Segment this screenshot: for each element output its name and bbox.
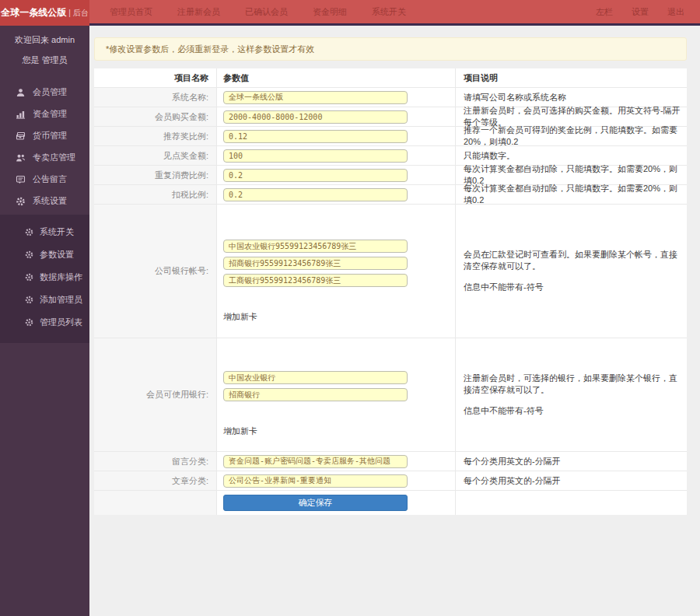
settings-form: 项目名称 参数值 项目说明 系统名称: 请填写公司名称或系统名称 会员购买金额:… — [94, 68, 687, 515]
row-label: 重复消费比例: — [94, 166, 217, 184]
sidebar-item-label: 会员管理 — [33, 86, 67, 98]
sidebar-item-system-settings[interactable]: 系统设置 — [0, 191, 89, 212]
row-description: 只能填数字。 — [456, 146, 687, 165]
sidebar-item-stores[interactable]: 专卖店管理 — [0, 147, 89, 168]
header-param-value: 参数值 — [217, 68, 456, 87]
table-row-purchase-amounts: 会员购买金额: 注册新会员时，会员可选择的购买金额。用英文符号-隔开每个等级。 — [94, 107, 687, 126]
announcement-icon — [16, 175, 26, 184]
sidebar-item-label: 货币管理 — [33, 130, 67, 142]
submenu-item-admin-list[interactable]: 管理员列表 — [0, 311, 89, 334]
row-description-note: 信息中不能带有-符号 — [464, 405, 544, 417]
row-description: 每次计算奖金都自动扣除，只能填数字。如需要20%，则填0.2 — [456, 166, 687, 184]
topnav-left-column-toggle[interactable]: 左栏 — [586, 0, 622, 23]
company-bank-input-1[interactable] — [223, 240, 408, 253]
member-bank-input-2[interactable] — [223, 388, 408, 401]
company-bank-input-3[interactable] — [223, 274, 408, 287]
system-name-input[interactable] — [223, 91, 408, 104]
app-subtitle: | 后台 — [68, 8, 88, 19]
article-categories-input[interactable] — [223, 474, 408, 488]
table-row-placement-bonus: 见点奖金额: 只能填数字。 — [94, 145, 687, 165]
table-row-referral-bonus: 推荐奖比例: 推荐一个新会员可得到的奖金比例，只能填数字。如需要20%，则填0.… — [94, 126, 687, 145]
row-label: 推荐奖比例: — [94, 127, 217, 145]
store-icon — [16, 153, 26, 163]
table-row-save: 确定保存 — [94, 490, 687, 515]
placement-bonus-input[interactable] — [223, 149, 408, 163]
sidebar-item-currency[interactable]: 货币管理 — [0, 125, 89, 146]
tax-ratio-input[interactable] — [223, 188, 408, 201]
submenu-item-label: 添加管理员 — [40, 294, 82, 306]
topnav-funds-detail[interactable]: 资金明细 — [300, 0, 359, 23]
add-new-card-link[interactable]: 增加新卡 — [223, 425, 257, 437]
topbar: 全球一条线公版 | 后台 管理员首页 注册新会员 已确认会员 资金明细 系统开关… — [0, 0, 700, 26]
gear-icon — [25, 318, 33, 327]
repeat-consumption-input[interactable] — [223, 169, 408, 182]
submenu-item-add-admin[interactable]: 添加管理员 — [0, 289, 89, 311]
sidebar-item-label: 专卖店管理 — [33, 152, 75, 163]
topnav-register-member[interactable]: 注册新会员 — [165, 0, 233, 23]
sidebar-item-label: 系统设置 — [33, 195, 67, 207]
referral-bonus-input[interactable] — [223, 130, 408, 143]
row-description: 请填写公司名称或系统名称 — [456, 88, 687, 107]
sidebar-item-label: 资金管理 — [33, 108, 67, 120]
submenu-item-parameter-settings[interactable]: 参数设置 — [0, 243, 89, 266]
row-label: 见点奖金额: — [94, 146, 217, 165]
topnav-confirmed-members[interactable]: 已确认会员 — [233, 0, 300, 23]
app-title: 全球一条线公版 — [1, 6, 66, 19]
header-item-name: 项目名称 — [94, 68, 217, 87]
gear-icon — [16, 197, 26, 206]
member-bank-input-1[interactable] — [223, 371, 408, 384]
money-icon — [16, 131, 26, 141]
purchase-amounts-input[interactable] — [223, 110, 408, 124]
submenu-item-label: 数据库操作 — [40, 271, 82, 283]
row-label: 留言分类: — [94, 452, 217, 471]
system-settings-submenu: 系统开关 参数设置 数据库操作 添加管理员 — [0, 215, 89, 343]
table-row-company-bank-accounts: 公司银行帐号: 增加新卡 会员在汇款登记时可查看到。如果要删除某个帐号，直接清空… — [94, 204, 687, 338]
submenu-item-label: 管理员列表 — [40, 317, 82, 328]
table-row-repeat-consumption: 重复消费比例: 每次计算奖金都自动扣除，只能填数字。如需要20%，则填0.2 — [94, 165, 687, 184]
gear-icon — [25, 273, 33, 282]
app-logo: 全球一条线公版 | 后台 — [0, 0, 89, 26]
submenu-item-label: 参数设置 — [40, 249, 74, 261]
sidebar: 欢迎回来 admin 您是 管理员 会员管理 资金管理 货币管理 专卖店管理 — [0, 26, 89, 616]
add-new-card-link[interactable]: 增加新卡 — [223, 311, 257, 323]
row-description: 注册新会员时，可选择的银行，如果要删除某个银行，直接清空保存就可以了。 — [464, 373, 681, 396]
row-description: 会员在汇款登记时可查看到。如果要删除某个帐号，直接清空保存就可以了。 — [464, 249, 681, 272]
table-row-member-banks: 会员可使用银行: 增加新卡 注册新会员时，可选择的银行，如果要删除某个银行，直接… — [94, 338, 687, 451]
company-bank-input-2[interactable] — [223, 257, 408, 270]
sidebar-menu: 会员管理 资金管理 货币管理 专卖店管理 公告留言 — [0, 82, 89, 343]
welcome-text: 欢迎回来 admin — [3, 36, 86, 44]
row-label: 公司银行帐号: — [94, 205, 217, 338]
row-label: 会员可使用银行: — [94, 338, 217, 451]
table-row-article-categories: 文章分类: 每个分类用英文的-分隔开 — [94, 471, 687, 490]
row-label: 系统名称: — [94, 88, 217, 107]
sidebar-item-members[interactable]: 会员管理 — [0, 82, 89, 103]
top-navigation: 管理员首页 注册新会员 已确认会员 资金明细 系统开关 — [97, 0, 418, 23]
user-role: 您是 管理员 — [3, 56, 86, 65]
row-label: 扣税比例: — [94, 185, 217, 204]
topnav-system-switch[interactable]: 系统开关 — [359, 0, 418, 23]
row-description: 每个分类用英文的-分隔开 — [456, 471, 687, 490]
user-welcome: 欢迎回来 admin 您是 管理员 — [0, 26, 89, 69]
table-row-tax-ratio: 扣税比例: 每次计算奖金都自动扣除，只能填数字。如需要20%，则填0.2 — [94, 184, 687, 204]
gear-icon — [25, 296, 33, 304]
row-description: 每个分类用英文的-分隔开 — [456, 452, 687, 471]
header-item-desc: 项目说明 — [456, 68, 687, 87]
topnav-logout[interactable]: 退出 — [658, 0, 694, 23]
sidebar-item-funds[interactable]: 资金管理 — [0, 103, 89, 124]
table-row-message-categories: 留言分类: 每个分类用英文的-分隔开 — [94, 451, 687, 471]
warning-notice: *修改设置参数后，必须重新登录，这样参数设置才有效 — [94, 37, 687, 61]
topnav-admin-home[interactable]: 管理员首页 — [97, 0, 165, 23]
sidebar-item-label: 公告留言 — [33, 173, 67, 185]
row-description: 推荐一个新会员可得到的奖金比例，只能填数字。如需要20%，则填0.2 — [456, 127, 687, 145]
topnav-settings[interactable]: 设置 — [622, 0, 658, 23]
submenu-item-database-operations[interactable]: 数据库操作 — [0, 266, 89, 289]
row-label: 文章分类: — [94, 471, 217, 490]
save-button[interactable]: 确定保存 — [223, 495, 408, 511]
submenu-item-system-switch[interactable]: 系统开关 — [0, 221, 89, 243]
top-navigation-right: 左栏 设置 退出 — [586, 0, 694, 23]
chart-icon — [16, 110, 26, 119]
user-icon — [16, 88, 26, 97]
sidebar-item-announcements[interactable]: 公告留言 — [0, 169, 89, 190]
message-categories-input[interactable] — [223, 455, 408, 468]
row-description: 每次计算奖金都自动扣除，只能填数字。如需要20%，则填0.2 — [456, 185, 687, 204]
